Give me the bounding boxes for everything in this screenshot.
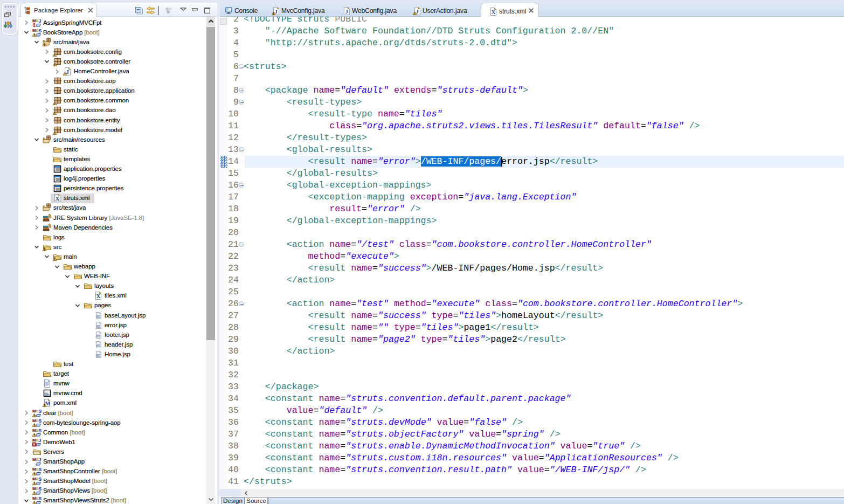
svg-text:X: X xyxy=(492,9,496,15)
svg-text:S: S xyxy=(38,28,41,33)
svg-text:JSP: JSP xyxy=(97,344,101,347)
svg-text:S: S xyxy=(38,428,41,433)
svg-text:M: M xyxy=(45,401,51,406)
svg-text:S: S xyxy=(38,486,41,492)
svg-text:J: J xyxy=(275,8,278,15)
svg-text:M: M xyxy=(32,486,36,491)
svg-text:M: M xyxy=(32,457,36,462)
svg-text:S: S xyxy=(38,477,41,482)
svg-text:J: J xyxy=(416,8,419,15)
svg-text:J: J xyxy=(38,457,41,462)
svg-text:J: J xyxy=(38,438,41,443)
svg-text:J: J xyxy=(345,8,349,15)
svg-text:M: M xyxy=(32,467,36,472)
svg-text:S: S xyxy=(38,467,41,472)
svg-text:M: M xyxy=(32,438,36,443)
svg-text:J: J xyxy=(38,18,41,24)
svg-text:J: J xyxy=(66,68,70,75)
svg-text:M: M xyxy=(32,496,36,501)
svg-text:M: M xyxy=(32,428,36,433)
svg-text:X: X xyxy=(56,195,60,202)
svg-text:JSP: JSP xyxy=(97,315,101,318)
svg-text:JSP: JSP xyxy=(97,354,101,357)
svg-text:M: M xyxy=(32,18,36,23)
svg-text:M: M xyxy=(32,477,36,481)
svg-text:S: S xyxy=(38,409,41,414)
svg-text:X: X xyxy=(96,293,101,299)
svg-text:S: S xyxy=(38,496,41,501)
svg-text:JSP: JSP xyxy=(97,335,101,337)
svg-text:M: M xyxy=(32,28,36,33)
svg-text:M: M xyxy=(32,418,36,423)
svg-text:JSP: JSP xyxy=(97,325,101,328)
svg-text:S: S xyxy=(38,418,41,424)
svg-text:M: M xyxy=(32,409,36,413)
